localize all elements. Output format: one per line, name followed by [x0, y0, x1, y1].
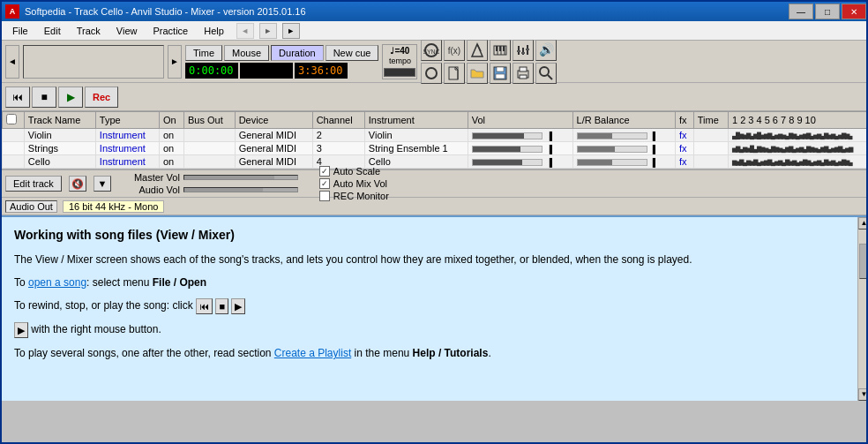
app-icon: A [5, 4, 19, 19]
menu-track[interactable]: Track [70, 24, 108, 38]
row-fx[interactable]: fx [676, 129, 694, 142]
col-trackname: Track Name [24, 112, 95, 129]
row-busout [183, 155, 235, 169]
save-icon[interactable] [490, 63, 511, 84]
track-table: Track Name Type On Bus Out Device Channe… [2, 111, 868, 169]
row-fx[interactable]: fx [676, 155, 694, 169]
newcue-button[interactable]: New cue [326, 45, 379, 61]
open-folder-icon[interactable] [467, 63, 488, 84]
open-song-link[interactable]: open a song [28, 276, 86, 289]
row-type: Instrument [100, 143, 146, 154]
table-row: Strings Instrument on General MIDI 3 Str… [3, 142, 869, 155]
audio-out-bar: Audio Out 16 bit 44 kHz - Mono [2, 198, 868, 215]
stop-button[interactable]: ■ [32, 87, 56, 108]
info-para4: ▶ with the right mouse button. [14, 321, 840, 338]
metronome-icon[interactable] [467, 40, 488, 61]
para5-post: in the menu [351, 347, 412, 359]
row-lr: ▐ [572, 129, 675, 142]
row-check [3, 142, 25, 155]
row-time [693, 142, 728, 155]
rec-monitor-checkbox[interactable] [319, 191, 330, 201]
piano-icon[interactable] [490, 40, 511, 61]
tempo-box: ♩=40 tempo [382, 44, 417, 79]
inline-play2-btn[interactable]: ▶ [14, 322, 28, 339]
scroll-up-arrow[interactable]: ▲ [858, 217, 869, 230]
scrollbar[interactable]: ▲ ▼ [857, 217, 868, 401]
inline-stop-btn[interactable]: ■ [215, 298, 228, 315]
row-device: General MIDI [235, 142, 312, 155]
title-bar: A Softpedia - Track Cello - Anvil Studio… [2, 2, 868, 21]
menu-view[interactable]: View [109, 24, 145, 38]
scrollbar-thumb[interactable] [859, 244, 869, 279]
circle-icon[interactable] [421, 63, 442, 84]
time-button[interactable]: Time [185, 45, 222, 61]
col-type: Type [95, 112, 159, 129]
scroll-down-arrow[interactable]: ▼ [858, 388, 869, 401]
svg-line-32 [548, 75, 552, 79]
info-para5: To play several songs, one after the oth… [14, 345, 840, 361]
menu-edit[interactable]: Edit [37, 24, 68, 38]
volume-icon[interactable]: 🔊 [535, 40, 557, 61]
info-para3: To rewind, stop, or play the song: click… [14, 297, 840, 314]
auto-mix-vol-checkbox[interactable] [319, 178, 330, 189]
svg-rect-27 [496, 74, 505, 79]
search-icon[interactable] [535, 63, 557, 84]
new-file-icon[interactable] [444, 63, 465, 84]
para3-text: To rewind, stop, or play the song: click [14, 299, 193, 312]
svg-line-6 [477, 44, 481, 51]
row-on: on [159, 129, 183, 142]
arrow-down-btn[interactable]: ▼ [94, 176, 111, 192]
row-time [693, 155, 728, 169]
playlist-link[interactable]: Create a Playlist [274, 347, 351, 359]
col-piano-roll: 1 2 3 4 5 6 7 8 9 10 [729, 112, 869, 129]
scroll-left-arrow[interactable]: ◄ [5, 45, 19, 79]
nav-back-button: ◄ [236, 23, 254, 39]
row-name: Strings [24, 142, 95, 155]
auto-scale-checkbox[interactable] [319, 166, 330, 177]
mixer-icon[interactable] [513, 40, 534, 61]
master-vol-label: Master Vol [118, 172, 180, 183]
title-bar-controls: — □ ✕ [789, 4, 866, 19]
close-button[interactable]: ✕ [842, 4, 866, 19]
duration-button[interactable]: Duration [271, 45, 324, 61]
rewind-button[interactable]: ⏮ [5, 87, 30, 108]
master-vol-slider[interactable] [183, 175, 298, 180]
record-button[interactable]: Rec [85, 87, 118, 108]
row-fx[interactable]: fx [676, 142, 694, 155]
edit-track-button[interactable]: Edit track [5, 176, 62, 192]
col-instrument: Instrument [364, 112, 468, 129]
tempo-label: tempo [389, 56, 411, 66]
print-icon[interactable] [513, 63, 534, 84]
scroll-right-arrow[interactable]: ► [168, 45, 182, 79]
tempo-value: ♩=40 [390, 46, 409, 56]
mute-icon-btn[interactable]: 🔇 [69, 176, 86, 192]
svg-text:A: A [10, 7, 16, 16]
info-para1: The View / Mixer screen shows each of th… [14, 252, 840, 267]
sync-icon[interactable]: SYNC [421, 40, 442, 61]
duration-display: 3:36:00 [295, 63, 348, 79]
menu-file[interactable]: File [5, 24, 35, 38]
svg-rect-26 [497, 67, 504, 71]
row-device: General MIDI [235, 129, 312, 142]
audio-vol-slider[interactable] [183, 187, 298, 192]
fx-icon[interactable]: f(x) [444, 40, 465, 61]
maximize-button[interactable]: □ [815, 4, 840, 19]
minimize-button[interactable]: — [789, 4, 813, 19]
mouse-button[interactable]: Mouse [224, 45, 269, 61]
inline-rewind-btn[interactable]: ⏮ [196, 298, 213, 315]
para5-end: . [488, 347, 490, 359]
nav-forward2-button[interactable]: ► [282, 23, 300, 39]
row-name: Cello [24, 155, 95, 169]
col-device: Device [235, 112, 312, 129]
inline-play-btn[interactable]: ▶ [231, 298, 245, 315]
menu-practice[interactable]: Practice [146, 24, 195, 38]
audio-vol-label: Audio Vol [118, 184, 180, 195]
toolbar-icons: SYNC f(x) 🔊 [421, 40, 557, 84]
help-tutorials-text: Help / Tutorials [413, 347, 489, 359]
svg-rect-18 [521, 52, 525, 54]
auto-scale-label: Auto Scale [333, 166, 380, 177]
row-on: on [159, 155, 183, 169]
play-button[interactable]: ▶ [58, 87, 83, 108]
select-all-checkbox[interactable] [6, 114, 17, 124]
menu-help[interactable]: Help [197, 24, 231, 38]
